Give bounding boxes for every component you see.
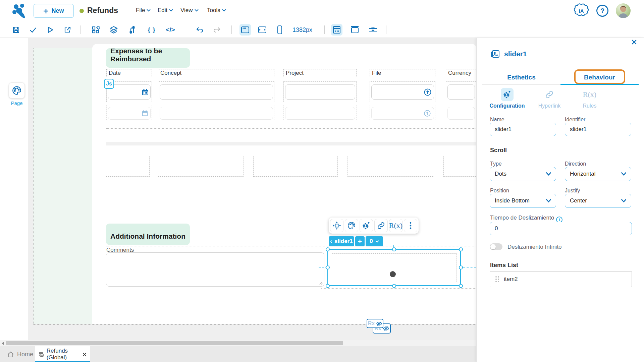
run-button[interactable] [44,24,56,36]
link-widget-button[interactable] [374,219,388,232]
expenses-section-title[interactable]: Expenses to be Reimbursed [106,48,190,68]
project-cell[interactable] [283,105,357,121]
close-icon[interactable] [83,352,86,357]
scroll-left-arrow-icon[interactable] [1,342,4,345]
empty-cell[interactable] [106,156,150,177]
tab-esthetics[interactable]: Esthetics [482,70,560,84]
resize-handle-icon[interactable] [319,282,323,285]
menu-file[interactable]: File [136,7,151,14]
project-input[interactable] [285,84,355,100]
rules-widget-button[interactable]: R(x) [389,219,402,232]
tab-behaviour[interactable]: Behaviour [560,70,639,84]
drag-handle-icon[interactable] [495,276,499,282]
flows-button[interactable] [126,24,138,36]
move-widget-button[interactable] [330,219,343,232]
column-header-currency[interactable]: Currency [446,69,476,77]
calendar-icon[interactable] [142,88,149,96]
name-input[interactable] [490,123,556,136]
rx-visibility-badge[interactable]: Rx [367,319,383,328]
widget-breadcrumb-pill[interactable]: ‹ slider1 [329,236,354,246]
variables-button[interactable]: { } [146,24,157,36]
configure-widget-button[interactable] [360,219,373,232]
empty-cell[interactable] [158,156,244,177]
menu-edit[interactable]: Edit [158,7,173,14]
empty-cell[interactable] [253,156,338,177]
tab-refunds-global[interactable]: Refunds (Global) [35,346,90,362]
concept-input[interactable] [160,107,273,120]
more-options-button[interactable] [404,219,417,232]
align-distribute-button[interactable] [367,24,379,36]
menu-tools[interactable]: Tools [207,7,226,14]
add-item-pill[interactable]: + [355,236,365,246]
project-input[interactable] [285,107,355,120]
tablet-view-button[interactable] [257,24,268,36]
currency-cell[interactable] [446,105,476,121]
items-list-item[interactable]: item2 [490,271,632,287]
file-cell[interactable] [370,105,435,121]
date-cell[interactable] [106,105,152,121]
type-select[interactable]: Dots [490,167,556,181]
mobile-view-button[interactable] [274,24,285,36]
resize-handle-se[interactable] [459,284,463,288]
design-canvas[interactable]: Expenses to be Reimbursed Date Concept P… [28,38,476,340]
save-button[interactable] [10,24,22,36]
horizontal-scrollbar[interactable] [0,340,476,346]
tab-home[interactable]: Home [2,346,39,362]
close-panel-button[interactable] [632,40,637,45]
concept-cell[interactable] [158,105,274,121]
source-code-button[interactable]: </> [165,24,176,36]
direction-select[interactable]: Horizontal [565,167,631,181]
publish-button[interactable] [62,24,73,36]
concept-cell[interactable] [158,81,274,102]
style-widget-button[interactable] [345,219,358,232]
resize-handle-ne[interactable] [459,247,463,251]
subtab-configuration[interactable]: Configuration [487,88,527,109]
slide-time-input[interactable] [490,222,632,235]
resize-handle-sw[interactable] [326,284,330,288]
menu-view[interactable]: View [180,7,199,14]
project-cell[interactable] [283,81,357,102]
position-select[interactable]: Inside Bottom [490,194,556,208]
resize-handle-w[interactable] [326,265,330,269]
concept-input[interactable] [160,84,273,100]
redo-button[interactable] [211,24,222,36]
justify-select[interactable]: Center [565,194,631,208]
currency-input[interactable] [447,84,475,100]
ai-assistant-icon[interactable]: IA [574,3,589,18]
slider-widget-body[interactable] [332,253,457,282]
subtab-rules[interactable]: R(x) Rules [570,88,610,109]
undo-button[interactable] [194,24,206,36]
column-header-concept[interactable]: Concept [158,69,274,77]
subtab-hyperlink[interactable]: Hyperlink [529,88,570,109]
column-header-date[interactable]: Date [106,69,152,77]
new-button[interactable]: New [34,4,74,18]
resize-handle-s[interactable] [392,284,396,288]
help-icon[interactable]: ? [596,5,608,17]
comments-textarea[interactable] [106,252,324,287]
infinite-slide-toggle[interactable] [490,243,502,250]
slide-index-pill[interactable]: 0 [366,236,383,246]
currency-cell[interactable] [446,81,476,102]
column-header-project[interactable]: Project [283,69,357,77]
resize-handle-nw[interactable] [326,247,330,251]
layers-button[interactable] [108,24,119,36]
column-header-file[interactable]: File [370,69,435,77]
container-button[interactable] [349,24,361,36]
page-tool-button[interactable] [9,82,25,99]
empty-cell[interactable] [347,156,434,177]
additional-info-section-title[interactable]: Additional Information [106,224,190,245]
js-code-badge[interactable]: Js [104,79,114,89]
user-avatar[interactable] [616,3,631,18]
layout-sections-button[interactable] [331,24,342,36]
upload-icon[interactable] [424,88,432,96]
desktop-view-button[interactable] [239,24,251,36]
slider-widget-selection[interactable] [327,249,461,286]
file-cell[interactable] [370,81,435,102]
identifier-input[interactable] [565,123,631,136]
empty-cell[interactable] [443,156,476,177]
resize-handle-n[interactable] [392,247,396,251]
widgets-button[interactable] [90,24,101,36]
resize-handle-e[interactable] [459,265,463,269]
currency-input[interactable] [447,107,475,120]
app-logo-icon[interactable] [12,3,28,19]
